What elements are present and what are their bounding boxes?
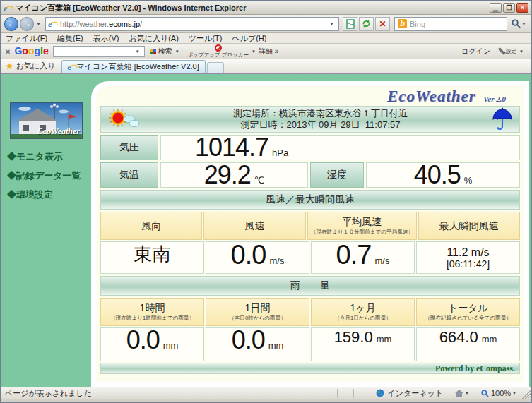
refresh-button[interactable]	[359, 17, 374, 31]
page-icon: e	[48, 19, 57, 28]
menu-edit[interactable]: 編集(E)	[57, 33, 83, 44]
rain-month-cell: 159.0mm	[311, 327, 415, 361]
protected-mode-button[interactable]: ▼	[451, 390, 473, 397]
back-button[interactable]: ←	[4, 17, 18, 31]
url-dropdown-icon[interactable]: ▼	[327, 21, 336, 26]
stop-icon: ✕	[379, 19, 386, 29]
google-input-dropdown-icon[interactable]: ▼	[136, 49, 140, 54]
refresh-icon	[362, 19, 371, 28]
google-toolbar: × Google ▼ 検索 ▼ ポップアップ ブロッカー ▼ 詳細 » ログイン…	[1, 44, 531, 59]
stop-button[interactable]: ✕	[375, 17, 390, 31]
wind-max-cell: 11.2 m/s[06:11:42]	[416, 241, 520, 274]
tab-icon: e	[68, 62, 77, 71]
browser-window: e マイコン百葉箱 [EcoWeather V2.0] - Windows In…	[0, 0, 532, 403]
menu-favorites[interactable]: お気に入り(A)	[129, 33, 178, 44]
history-dropdown-icon[interactable]: ▼	[34, 21, 43, 26]
temperature-value-cell: 29.2 ℃	[160, 162, 308, 188]
datetime-label: 測定日時：	[232, 119, 287, 131]
forward-button[interactable]: →	[20, 17, 34, 31]
page-viewport: EcoWeather ◆モニタ表示 ◆記録データ一覧 ◆環境設定 EcoWeat…	[1, 73, 531, 387]
sidebar-item-records[interactable]: ◆記録データ一覧	[7, 169, 91, 182]
search-options-dropdown-icon[interactable]: ▼	[522, 22, 526, 26]
temp-humidity-row: 気温 29.2 ℃ 湿度 40.5 %	[100, 162, 520, 188]
google-search-icon	[150, 49, 156, 54]
wind-speed-cell: 0.0m/s	[206, 241, 309, 274]
temperature-unit: ℃	[254, 175, 265, 186]
menu-tools[interactable]: ツール(T)	[189, 33, 223, 44]
zoom-dropdown-icon[interactable]: ▼	[512, 391, 516, 395]
zoom-magnifier-icon	[481, 390, 489, 397]
ecoweather-logo: EcoWeather	[387, 88, 476, 105]
rain-header-hour: 1時間（現在時より1時間前までの雨量）	[100, 298, 204, 326]
wind-header-row: 風向 風速 平均風速（現在時より１０分間前までの平均風速） 最大瞬間風速	[100, 212, 520, 240]
resize-grip[interactable]	[521, 387, 531, 399]
maximize-button[interactable]: ❒	[503, 3, 515, 13]
sidebar-item-settings[interactable]: ◆環境設定	[7, 188, 91, 201]
new-tab-stub[interactable]	[207, 62, 224, 73]
pressure-value: 1014.7	[195, 136, 268, 160]
humidity-value: 40.5	[414, 163, 461, 187]
tab-title: マイコン百葉箱 [EcoWeather V2.0]	[77, 61, 199, 72]
rain-hour-cell: 0.0mm	[100, 327, 204, 361]
protected-mode-dropdown-icon[interactable]: ▼	[465, 391, 469, 395]
minimize-button[interactable]: ▁	[490, 3, 502, 13]
logo-row: EcoWeather Ver 2.0	[100, 88, 520, 106]
menu-view[interactable]: 表示(V)	[93, 33, 119, 44]
menu-file[interactable]: ファイル(F)	[6, 33, 47, 44]
window-title: マイコン百葉箱 [EcoWeather V2.0] - Windows Inte…	[16, 3, 488, 13]
search-box[interactable]: b Bing	[394, 17, 507, 31]
settings-dropdown-icon[interactable]: ▼	[519, 49, 524, 54]
wind-section-title: 風速／最大瞬間風速	[100, 190, 520, 210]
window-bottom-edge	[1, 399, 531, 402]
sun-clouds-icon	[108, 108, 139, 131]
pressure-row: 気圧 1014.7 hPa	[100, 135, 520, 160]
temperature-value: 29.2	[204, 163, 251, 187]
ecoweather-version: Ver 2.0	[483, 95, 506, 103]
measurement-meta: 測定場所：横浜市港南区東永谷１丁目付近 測定日時：2013年 09月 29日 1…	[139, 108, 492, 131]
toolbar-close-icon[interactable]: ×	[6, 47, 10, 56]
wrench-icon	[497, 47, 506, 56]
wind-direction-cell: 東南	[100, 241, 204, 274]
wind-header-max: 最大瞬間風速	[418, 212, 520, 240]
close-button[interactable]: ×	[516, 3, 528, 13]
menu-bar: ファイル(F) 編集(E) 表示(V) お気に入り(A) ツール(T) ヘルプ(…	[1, 33, 531, 44]
wind-value-row: 東南 0.0m/s 0.7m/s 11.2 m/s[06:11:42]	[100, 241, 520, 274]
humidity-value-cell: 40.5 %	[366, 162, 520, 188]
popup-blocker-button[interactable]: ポップアップ ブロッカー	[188, 44, 249, 58]
settings-button[interactable]: 設定 ▼	[497, 47, 526, 56]
pressure-unit: hPa	[272, 148, 288, 158]
active-tab[interactable]: e マイコン百葉箱 [EcoWeather V2.0]	[61, 60, 206, 73]
rain-value-row: 0.0mm 0.0mm 159.0mm 664.0mm	[100, 327, 520, 361]
rain-header-month: 1ヶ月（今月1日からの雨量）	[311, 298, 415, 326]
sidebar-item-monitor[interactable]: ◆モニタ表示	[7, 150, 91, 163]
magnifier-icon	[512, 19, 521, 28]
address-bar: ← → ▼ e http://weather.ecoms.jp/ ▼ ✕ b B…	[1, 15, 531, 33]
title-bar: e マイコン百葉箱 [EcoWeather V2.0] - Windows In…	[1, 1, 531, 15]
compatibility-view-button[interactable]	[343, 17, 357, 31]
rain-section-title: 雨 量	[100, 276, 520, 296]
google-search-button[interactable]: 検索	[158, 47, 172, 56]
sidebar: EcoWeather ◆モニタ表示 ◆記録データ一覧 ◆環境設定	[1, 74, 91, 387]
zoom-level: 100%	[491, 389, 511, 397]
security-zone: インターネット	[372, 388, 447, 399]
menu-help[interactable]: ヘルプ(H)	[232, 33, 266, 44]
url-field[interactable]: e http://weather.ecoms.jp/ ▼	[45, 17, 339, 31]
location-value: 横浜市港南区東永谷１丁目付近	[279, 108, 408, 119]
google-search-input[interactable]: ▼	[53, 46, 145, 57]
powered-by-footer: Powerd by eCompass.	[100, 363, 520, 374]
google-search-dropdown-icon[interactable]: ▼	[175, 49, 179, 54]
zoom-control[interactable]: 100% ▼	[477, 389, 521, 397]
popup-blocker-dropdown-icon[interactable]: ▼	[252, 49, 256, 54]
details-button[interactable]: 詳細 »	[259, 47, 278, 56]
protected-mode-icon	[455, 390, 463, 397]
measurement-header: 測定場所：横浜市港南区東永谷１丁目付近 測定日時：2013年 09月 29日 1…	[100, 106, 520, 133]
favorites-button[interactable]: ★ お気に入り	[4, 61, 61, 73]
datetime-value: 2013年 09月 29日 11:07:57	[287, 119, 401, 131]
rain-day-cell: 0.0mm	[206, 327, 309, 361]
search-button[interactable]: ▼	[509, 17, 528, 31]
weather-station-photo: EcoWeather	[10, 102, 83, 139]
login-button[interactable]: ログイン	[461, 47, 490, 56]
search-placeholder: Bing	[410, 20, 425, 28]
umbrella-icon	[492, 107, 512, 131]
tab-bar: ★ お気に入り e マイコン百葉箱 [EcoWeather V2.0]	[1, 59, 531, 73]
